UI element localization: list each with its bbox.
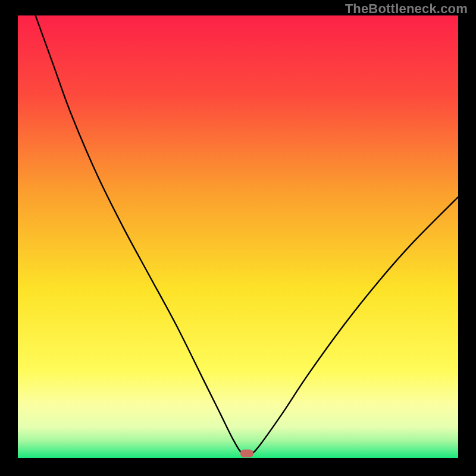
optimal-marker (240, 450, 253, 458)
plot-area (18, 15, 458, 458)
chart-frame: TheBottleneck.com (0, 0, 476, 476)
bottleneck-chart (18, 15, 458, 458)
watermark-text: TheBottleneck.com (345, 1, 468, 17)
gradient-background (18, 15, 458, 458)
